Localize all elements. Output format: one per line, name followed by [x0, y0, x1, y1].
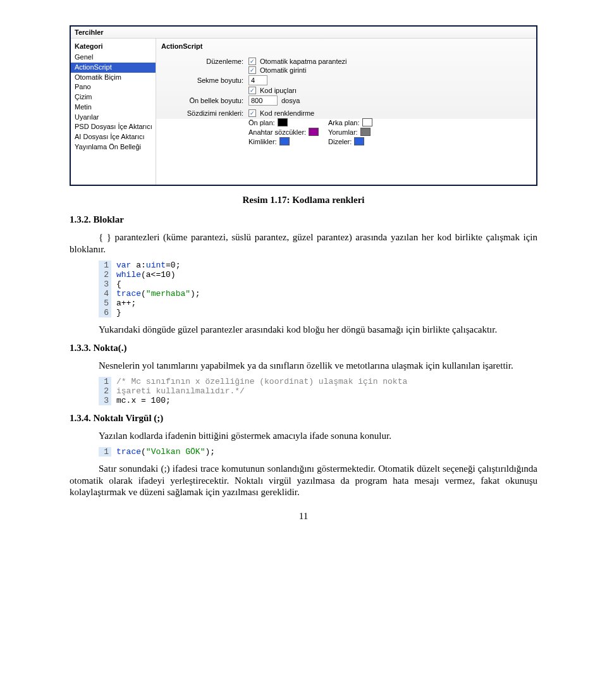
syntax-colors-label: Sözdizimi renkleri: [161, 109, 248, 117]
heading-1-3-2: 1.3.2. Bloklar [70, 214, 537, 225]
auto-close-paren-checkbox[interactable] [248, 58, 256, 65]
dialog-title: Tercihler [71, 27, 536, 39]
bg-swatch[interactable] [362, 118, 372, 126]
category-list: Kategori GenelActionScriptOtomatik Biçim… [71, 39, 156, 185]
fg-label: Ön plan: [248, 119, 275, 126]
category-header: Kategori [71, 41, 156, 52]
paragraph: Yazılan kodlarda ifadenin bittiğini göst… [70, 430, 537, 442]
code-line: } [116, 308, 121, 317]
panel-header: ActionScript [161, 41, 531, 56]
code-line: /* Mc sınıfının x özelliğine (koordinat)… [116, 377, 407, 386]
comments-swatch[interactable] [360, 128, 371, 136]
code-hints-label: Kod ipuçları [260, 87, 297, 94]
category-item[interactable]: Uyarılar [71, 113, 156, 123]
heading-1-3-4: 1.3.4. Noktalı Virgül (;) [70, 413, 537, 424]
code-block: 1var a:uint=0;2while(a<=10)3{4trace("mer… [99, 261, 537, 317]
figure-caption: Resim 1.17: Kodlama renkleri [70, 195, 537, 206]
tab-size-input[interactable] [248, 75, 267, 85]
line-number: 5 [99, 298, 111, 308]
category-item[interactable]: Genel [71, 52, 156, 63]
settings-panel: ActionScript Düzenleme: Otomatik kapatma… [156, 39, 536, 185]
category-item[interactable]: ActionScript [71, 63, 156, 73]
line-number: 1 [99, 261, 111, 270]
line-number: 2 [99, 386, 111, 396]
line-number: 6 [99, 308, 111, 317]
code-line: a++; [116, 298, 136, 308]
identifiers-label: Kimlikler: [248, 138, 277, 145]
category-item[interactable]: Çizim [71, 92, 156, 102]
code-block: 1/* Mc sınıfının x özelliğine (koordinat… [99, 377, 537, 405]
keywords-label: Anahtar sözcükler: [248, 128, 306, 136]
preferences-dialog: Tercihler Kategori GenelActionScriptOtom… [70, 25, 537, 186]
code-line: trace("Volkan GÖK"); [116, 447, 215, 457]
paragraph: Nesnelerin yol tanımlarını yapabilmek ya… [70, 360, 537, 372]
auto-indent-label: Otomatik girinti [260, 66, 306, 74]
cache-size-input[interactable] [248, 95, 278, 106]
tab-size-label: Sekme boyutu: [161, 77, 248, 84]
code-line: { [116, 279, 121, 289]
cache-unit-label: dosya [281, 97, 300, 104]
comments-label: Yorumlar: [328, 128, 358, 136]
line-number: 2 [99, 270, 111, 279]
identifiers-swatch[interactable] [279, 137, 290, 145]
code-line: var a:uint=0; [116, 261, 180, 270]
page-number: 11 [70, 511, 537, 522]
category-item[interactable]: PSD Dosyası İçe Aktarıcı [71, 122, 156, 132]
paragraph: Satır sonundaki (;) ifadesi trace komutu… [70, 463, 537, 498]
bg-label: Arka plan: [328, 119, 360, 126]
strings-swatch[interactable] [354, 137, 364, 145]
line-number: 1 [99, 447, 111, 457]
category-item[interactable]: AI Dosyası İçe Aktarıcı [71, 132, 156, 142]
code-block: 1trace("Volkan GÖK"); [99, 447, 537, 457]
code-coloring-checkbox[interactable] [248, 109, 256, 117]
paragraph: { } parantezleri (küme parantezi, süslü … [70, 231, 537, 255]
category-item[interactable]: Pano [71, 82, 156, 92]
strings-label: Dizeler: [328, 138, 352, 145]
code-hints-checkbox[interactable] [248, 87, 256, 94]
code-line: while(a<=10) [116, 270, 176, 279]
paragraph: Yukarıdaki döngüde güzel parantezler ara… [70, 324, 537, 336]
line-number: 3 [99, 396, 111, 405]
category-item[interactable]: Metin [71, 102, 156, 113]
code-coloring-label: Kod renklendirme [260, 109, 314, 117]
fg-swatch[interactable] [278, 118, 288, 126]
auto-indent-checkbox[interactable] [248, 66, 256, 74]
cache-size-label: Ön bellek boyutu: [161, 97, 248, 104]
editing-label: Düzenleme: [161, 58, 248, 65]
line-number: 3 [99, 279, 111, 289]
code-line: trace("merhaba"); [116, 289, 200, 298]
category-item[interactable]: Otomatik Biçim [71, 73, 156, 83]
heading-1-3-3: 1.3.3. Nokta(.) [70, 343, 537, 353]
auto-close-paren-label: Otomatik kapatma parantezi [260, 58, 347, 65]
line-number: 1 [99, 377, 111, 386]
keywords-swatch[interactable] [309, 128, 319, 136]
code-line: işareti kullanılmalıdır.*/ [116, 386, 245, 396]
code-line: mc.x = 100; [116, 396, 171, 405]
category-item[interactable]: Yayınlama Ön Belleği [71, 142, 156, 152]
line-number: 4 [99, 289, 111, 298]
